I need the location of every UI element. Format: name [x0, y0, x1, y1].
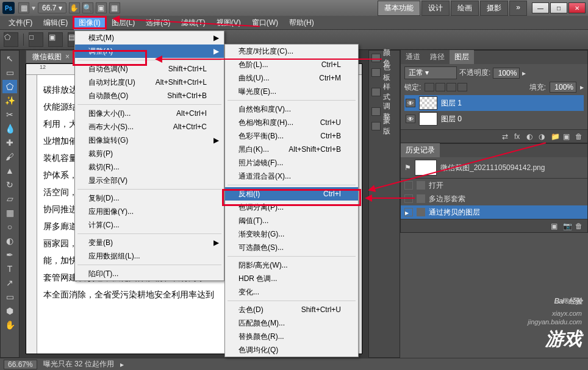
- lock-all-icon[interactable]: [457, 83, 467, 91]
- menu-row[interactable]: HDR 色调...: [225, 272, 358, 285]
- trash-icon[interactable]: 🗑: [575, 132, 584, 141]
- menu-row[interactable]: 应用图像(Y)...: [75, 205, 224, 218]
- menu-row[interactable]: 通道混合器(X)...: [225, 169, 358, 183]
- lock-transparency-icon[interactable]: [425, 83, 434, 91]
- document-tab-close[interactable]: ×: [65, 52, 70, 61]
- current-tool-icon[interactable]: ⬠: [4, 32, 18, 47]
- history-step[interactable]: 多边形套索: [401, 192, 587, 205]
- menu-row[interactable]: 阴影/高光(W)...: [225, 258, 358, 272]
- menu-row[interactable]: 自动颜色(O)Shift+Ctrl+B: [75, 89, 224, 102]
- link-icon[interactable]: ⇄: [502, 132, 511, 141]
- menu-row[interactable]: 色调均化(Q): [225, 343, 358, 357]
- menu-row[interactable]: 调整(A)▶: [75, 44, 224, 58]
- hand-tool[interactable]: ✋: [2, 318, 17, 332]
- menu-row[interactable]: 亮度/对比度(C)...: [225, 44, 358, 58]
- menu-row[interactable]: 可选颜色(S)...: [225, 241, 358, 254]
- menu-row[interactable]: 计算(C)...: [75, 218, 224, 232]
- document-tab[interactable]: 微信截图 ×: [26, 50, 76, 63]
- marquee-tool[interactable]: ▭: [2, 66, 17, 79]
- crop-tool[interactable]: ✂: [2, 108, 17, 121]
- menu-row[interactable]: 色调分离(P)...: [225, 201, 358, 214]
- fill-field[interactable]: 100%: [550, 82, 576, 93]
- 3d-tool[interactable]: ⬢: [2, 304, 17, 318]
- workspace-tab-painting[interactable]: 绘画: [451, 1, 479, 16]
- arrange-docs-icon[interactable]: ▦: [18, 2, 29, 13]
- blend-mode-select[interactable]: 正常 ▾: [404, 66, 457, 79]
- menu-row[interactable]: 陷印(T)...: [75, 267, 224, 280]
- workspace-tab-photography[interactable]: 摄影: [480, 1, 508, 16]
- fx-icon[interactable]: fx: [514, 132, 523, 141]
- new-doc-from-state-icon[interactable]: ▣: [551, 222, 559, 230]
- menu-row[interactable]: 画布大小(S)...Alt+Ctrl+C: [75, 120, 224, 133]
- new-layer-icon[interactable]: ▣: [563, 132, 572, 141]
- lock-position-icon[interactable]: [446, 83, 456, 91]
- menu-row[interactable]: 照片滤镜(F)...: [225, 156, 358, 169]
- menu-image[interactable]: 图像(I): [74, 16, 105, 30]
- opacity-field[interactable]: 100%: [493, 68, 520, 79]
- menu-row[interactable]: 模式(M)▶: [75, 31, 224, 44]
- trash-icon[interactable]: 🗑: [575, 222, 584, 230]
- new-snapshot-icon[interactable]: 📷: [563, 222, 572, 230]
- panel-styles[interactable]: 样式: [369, 85, 400, 99]
- menu-row[interactable]: 渐变映射(G)...: [225, 227, 358, 241]
- menu-row[interactable]: 变量(B)▶: [75, 236, 224, 249]
- eraser-tool[interactable]: ▱: [2, 192, 17, 205]
- workspace-tab-essentials[interactable]: 基本功能: [378, 1, 420, 16]
- visibility-icon[interactable]: 👁: [406, 99, 415, 107]
- workspace-more[interactable]: »: [509, 1, 527, 16]
- mask-icon[interactable]: ◐: [526, 132, 535, 141]
- history-snapshot[interactable]: ⚑ 微信截图_20211105094142.png: [401, 157, 587, 179]
- menu-row[interactable]: 曲线(U)...Ctrl+M: [225, 71, 358, 85]
- tab-layers[interactable]: 图层: [450, 50, 474, 64]
- menu-row[interactable]: 替换颜色(R)...: [225, 330, 358, 343]
- stamp-tool[interactable]: ▲: [2, 164, 17, 177]
- magic-wand-tool[interactable]: ✨: [2, 94, 17, 107]
- menu-row[interactable]: 色彩平衡(B)...Ctrl+B: [225, 129, 358, 143]
- history-step[interactable]: 打开: [401, 179, 587, 192]
- tab-paths[interactable]: 路径: [425, 50, 450, 64]
- workspace-tab-design[interactable]: 设计: [421, 1, 450, 16]
- menu-filter[interactable]: 滤镜(T): [176, 16, 210, 30]
- extras-icon[interactable]: ▦: [109, 2, 120, 13]
- menu-view[interactable]: 视图(V): [212, 16, 246, 30]
- history-marker[interactable]: [404, 194, 413, 203]
- menu-row[interactable]: 曝光度(E)...: [225, 85, 358, 98]
- lock-pixels-icon[interactable]: [436, 83, 445, 91]
- dodge-tool[interactable]: ◐: [2, 234, 17, 247]
- eyedropper-tool[interactable]: 💧: [2, 122, 17, 135]
- brush-source-icon[interactable]: ⚑: [404, 163, 411, 172]
- menu-row[interactable]: 自然饱和度(V)...: [225, 102, 358, 116]
- menu-row[interactable]: 复制(D)...: [75, 191, 224, 205]
- menu-layer[interactable]: 图层(L): [107, 16, 140, 30]
- menu-row[interactable]: 匹配颜色(M)...: [225, 316, 358, 330]
- visibility-icon[interactable]: 👁: [406, 115, 415, 123]
- hand-tool-icon[interactable]: ✋: [69, 2, 80, 13]
- panel-swatches[interactable]: 色板: [369, 65, 400, 80]
- window-minimize[interactable]: —: [532, 2, 549, 13]
- menu-row[interactable]: 应用数据组(L)...: [75, 249, 224, 263]
- heal-tool[interactable]: ✚: [2, 136, 17, 149]
- status-zoom[interactable]: 66.67%: [4, 360, 37, 369]
- menu-window[interactable]: 窗口(W): [247, 16, 283, 30]
- menu-row[interactable]: 自动对比度(U)Alt+Shift+Ctrl+L: [75, 76, 224, 89]
- menu-edit[interactable]: 编辑(E): [38, 16, 73, 30]
- menu-row[interactable]: 色相/饱和度(H)...Ctrl+U: [225, 116, 358, 129]
- shape-tool[interactable]: ▭: [2, 290, 17, 304]
- lasso-tool[interactable]: ⬠: [2, 80, 17, 93]
- menu-row[interactable]: 变化...: [225, 285, 358, 299]
- menu-row[interactable]: 显示全部(V): [75, 174, 224, 187]
- history-step[interactable]: ▸ 通过拷贝的图层: [401, 205, 587, 219]
- menu-row[interactable]: 图像旋转(G)▶: [75, 133, 224, 147]
- menu-row[interactable]: 裁切(R)...: [75, 160, 224, 174]
- zoom-tool-icon[interactable]: 🔍: [82, 2, 93, 13]
- brush-tool[interactable]: 🖌: [2, 150, 17, 163]
- type-tool[interactable]: T: [2, 262, 17, 276]
- move-tool[interactable]: ↖: [2, 52, 17, 65]
- adjust-icon[interactable]: ◑: [539, 132, 547, 141]
- tab-history[interactable]: 历史记录: [401, 143, 440, 157]
- pen-tool[interactable]: ✒: [2, 248, 17, 261]
- title-zoom[interactable]: 66.7 ▾: [38, 2, 66, 13]
- history-marker[interactable]: [404, 181, 413, 190]
- window-close[interactable]: ✕: [568, 2, 586, 13]
- history-marker[interactable]: ▸: [404, 208, 413, 216]
